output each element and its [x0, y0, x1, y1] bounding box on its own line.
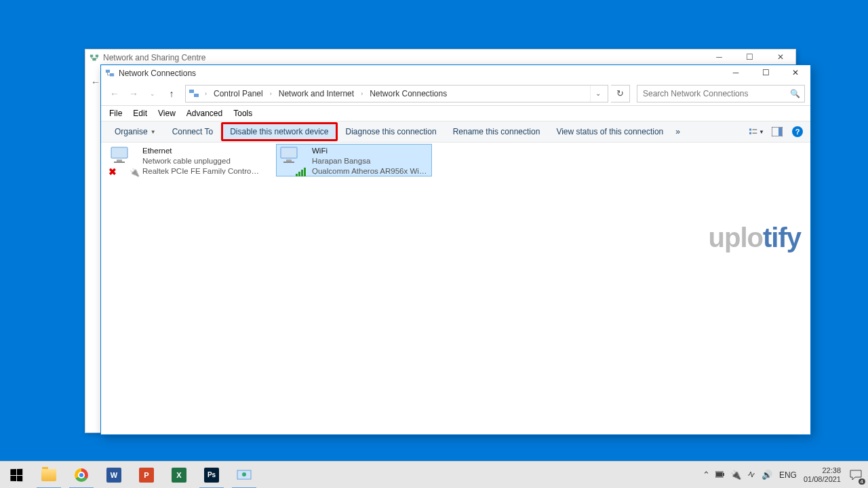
tray-overflow-icon[interactable]: ⌃ [703, 470, 710, 480]
nav-row: ← → ⌄ ↑ › Control Panel › Network and In… [101, 81, 810, 106]
up-button[interactable]: ↑ [163, 86, 180, 102]
powerpoint-icon: P [139, 468, 154, 483]
network-connections-window: Network Connections ─ ☐ ✕ ← → ⌄ ↑ › Cont… [100, 64, 811, 435]
menu-advanced[interactable]: Advanced [181, 107, 228, 119]
taskbar-chrome[interactable] [65, 462, 98, 489]
wifi-adapter: Qualcomm Atheros AR956x Wirel... [312, 166, 429, 174]
tray-battery-icon[interactable] [715, 470, 725, 480]
organise-button[interactable]: Organise ▼ [106, 124, 164, 139]
svg-rect-17 [286, 159, 292, 162]
chevron-down-icon: ▼ [151, 129, 156, 135]
forward-button[interactable]: → [125, 86, 142, 102]
cmdbar-right: ▼ ? [749, 124, 805, 139]
bg-close-button[interactable]: ✕ [765, 50, 795, 64]
taskbar-word[interactable]: W [98, 462, 130, 489]
svg-rect-10 [753, 133, 757, 134]
connection-ethernet[interactable]: ✖ 🔌 Ethernet Network cable unplugged Rea… [106, 144, 262, 176]
search-box[interactable]: 🔍 [637, 85, 805, 102]
more-commands-button[interactable]: » [671, 124, 684, 139]
wifi-name: WiFi [312, 146, 429, 156]
menu-file[interactable]: File [104, 107, 127, 119]
svg-rect-1 [96, 55, 98, 58]
menu-edit[interactable]: Edit [127, 107, 153, 119]
taskbar-powerpoint[interactable]: P [130, 462, 163, 489]
svg-rect-18 [283, 162, 294, 163]
svg-rect-0 [90, 55, 93, 58]
svg-rect-9 [753, 129, 757, 130]
menu-tools[interactable]: Tools [228, 107, 258, 119]
search-input[interactable] [637, 86, 804, 102]
organise-label: Organise [115, 127, 148, 136]
connections-pane[interactable]: ✖ 🔌 Ethernet Network cable unplugged Rea… [101, 143, 810, 178]
minimize-button[interactable]: ─ [721, 65, 751, 80]
tray-date: 01/08/2021 [804, 475, 841, 484]
system-tray[interactable]: ⌃ 🔌 🔊 [703, 470, 772, 480]
help-button[interactable]: ? [790, 124, 805, 139]
bg-titlebar: Network and Sharing Centre ─ ☐ ✕ [85, 50, 795, 66]
tray-language[interactable]: ENG [779, 470, 797, 480]
watermark: uplotify [709, 223, 801, 253]
bg-maximize-button[interactable]: ☐ [734, 50, 765, 64]
tray-action-center[interactable]: 4 [848, 467, 864, 483]
svg-rect-12 [778, 128, 782, 136]
address-breadcrumb[interactable]: › Control Panel › Network and Internet ›… [185, 85, 608, 102]
taskbar[interactable]: W P X Ps ⌃ 🔌 🔊 ENG 22:38 01/08/2021 [0, 461, 868, 488]
tray-power-icon[interactable]: 🔌 [730, 470, 741, 480]
svg-rect-5 [189, 90, 194, 93]
address-dropdown[interactable]: ⌄ [590, 86, 605, 102]
disable-network-device-button[interactable]: Disable this network device [221, 122, 337, 141]
ethernet-text: Ethernet Network cable unplugged Realtek… [142, 146, 259, 174]
start-button[interactable] [0, 462, 33, 489]
network-connections-icon [105, 69, 115, 78]
wifi-text: WiFi Harapan Bangsa Qualcomm Atheros AR9… [312, 146, 429, 174]
connection-wifi[interactable]: WiFi Harapan Bangsa Qualcomm Atheros AR9… [276, 144, 432, 176]
view-options-button[interactable]: ▼ [749, 124, 764, 139]
chevron-right-icon[interactable]: › [358, 90, 366, 97]
chevron-right-icon[interactable]: › [202, 90, 210, 97]
diagnose-connection-button[interactable]: Diagnose this connection [338, 124, 445, 139]
menu-view[interactable]: View [153, 107, 181, 119]
back-button[interactable]: ← [106, 86, 123, 102]
close-button[interactable]: ✕ [781, 65, 810, 80]
svg-rect-3 [106, 70, 110, 73]
svg-rect-16 [281, 147, 297, 158]
bg-back-arrow[interactable]: ← [91, 77, 100, 88]
crumb-network-internet[interactable]: Network and Internet [276, 88, 357, 100]
tray-time: 22:38 [804, 466, 841, 475]
window-title: Network Connections [119, 69, 196, 78]
chevron-right-icon[interactable]: › [267, 90, 275, 97]
tray-volume-icon[interactable]: 🔊 [762, 470, 772, 480]
svg-rect-13 [111, 147, 127, 158]
taskbar-file-explorer[interactable] [33, 462, 65, 489]
search-icon[interactable]: 🔍 [790, 89, 800, 98]
crumb-control-panel[interactable]: Control Panel [211, 88, 266, 100]
maximize-button[interactable]: ☐ [751, 65, 781, 80]
ethernet-name: Ethernet [142, 146, 259, 156]
taskbar-excel[interactable]: X [163, 462, 195, 489]
history-dropdown[interactable]: ⌄ [144, 86, 161, 102]
rename-connection-button[interactable]: Rename this connection [445, 124, 549, 139]
taskbar-control-panel[interactable] [228, 462, 260, 489]
tray-clock[interactable]: 22:38 01/08/2021 [804, 466, 841, 484]
bg-window-title: Network and Sharing Centre [103, 53, 205, 62]
fg-titlebar[interactable]: Network Connections ─ ☐ ✕ [101, 65, 810, 81]
refresh-button[interactable]: ↻ [611, 85, 630, 102]
windows-logo-icon [10, 468, 22, 481]
watermark-a: uplo [709, 223, 763, 252]
excel-icon: X [172, 468, 186, 483]
bg-window-controls: ─ ☐ ✕ [704, 50, 795, 64]
command-bar: Organise ▼ Connect To Disable this netwo… [101, 121, 810, 143]
connect-to-button[interactable]: Connect To [164, 124, 222, 139]
view-status-button[interactable]: View status of this connection [548, 124, 671, 139]
signal-bars-icon [296, 168, 306, 176]
crumb-network-connections[interactable]: Network Connections [367, 88, 450, 100]
preview-pane-button[interactable] [770, 124, 785, 139]
fg-window-controls: ─ ☐ ✕ [721, 65, 810, 80]
svg-rect-14 [117, 159, 122, 162]
bg-minimize-button[interactable]: ─ [704, 50, 734, 64]
ethernet-adapter: Realtek PCIe FE Family Controller [142, 166, 259, 174]
taskbar-photoshop[interactable]: Ps [195, 462, 228, 489]
word-icon: W [106, 468, 121, 483]
photoshop-icon: Ps [204, 468, 219, 483]
tray-network-icon[interactable] [747, 470, 756, 480]
